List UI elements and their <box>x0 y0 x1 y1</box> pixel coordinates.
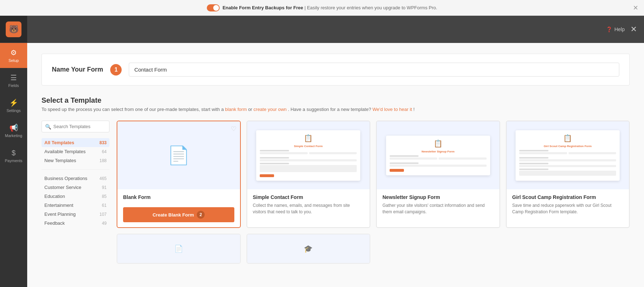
form-name-input[interactable] <box>129 63 619 77</box>
fields-icon: ☰ <box>10 73 17 82</box>
settings-label: Settings <box>6 108 21 113</box>
form-icon: 📋 <box>260 134 357 142</box>
category-business-count: 465 <box>99 176 107 181</box>
blank-form-link[interactable]: blank form <box>225 107 247 112</box>
template-description: To speed up the process you can select f… <box>42 107 630 112</box>
girl-scout-icon: 📋 <box>519 134 616 142</box>
girl-scout-title: Girl Scout Camp Registration Form <box>512 194 624 200</box>
create-own-link[interactable]: create your own <box>254 107 287 112</box>
blank-form-icon: 📄 <box>167 145 190 166</box>
fields-label: Fields <box>8 83 19 88</box>
main-area: ❓ Help ✕ Name Your Form 1 Select a Templ… <box>27 16 644 287</box>
form-name-section: Name Your Form 1 <box>42 54 630 86</box>
filter-all-label: All Templates <box>44 140 74 145</box>
category-business-label: Business Operations <box>44 176 87 181</box>
filter-new-label: New Templates <box>44 158 76 163</box>
category-feedback-label: Feedback <box>44 220 65 226</box>
category-education[interactable]: Education 85 <box>42 192 109 201</box>
category-feedback[interactable]: Feedback 49 <box>42 219 109 228</box>
close-button[interactable]: ✕ <box>630 25 637 34</box>
filter-available-count: 64 <box>102 149 107 154</box>
desc-post: . Have a suggestion for a new template? <box>288 107 372 112</box>
sidebar-item-marketing[interactable]: 📢 Marketing <box>0 118 27 143</box>
filter-new-templates[interactable]: New Templates 188 <box>42 156 109 165</box>
simple-contact-card-body: Simple Contact Form Collect the names, e… <box>247 189 370 220</box>
template-card-blank[interactable]: ♡ 📄 Blank Form Create Blank Form 2 <box>117 121 241 228</box>
template-card-simple-contact[interactable]: 📋 Simple Contact Form <box>247 121 371 228</box>
partial-1-preview: 📄 <box>117 234 240 263</box>
girl-scout-mini-form: 📋 Girl Scout Camp Registration Form <box>516 130 620 181</box>
partial-2-preview: 🎓 <box>247 234 370 263</box>
step-2-badge: 2 <box>197 211 205 219</box>
template-card-partial-2[interactable]: 🎓 <box>247 234 371 264</box>
template-card-newsletter[interactable]: 📋 Newsletter Signup Form <box>376 121 500 228</box>
payments-icon: $ <box>11 149 15 157</box>
category-education-label: Education <box>44 194 65 199</box>
simple-contact-mini-form: 📋 Simple Contact Form <box>256 130 360 181</box>
filter-available-label: Available Templates <box>44 149 86 154</box>
category-customer-service[interactable]: Customer Service 91 <box>42 183 109 192</box>
filter-available-templates[interactable]: Available Templates 64 <box>42 147 109 156</box>
filter-group-main: All Templates 833 Available Templates 64… <box>42 138 109 165</box>
top-banner: Enable Form Entry Backups for Free | Eas… <box>0 0 644 16</box>
partial-1-icon: 📄 <box>174 244 183 253</box>
blank-card-title: Blank Form <box>123 194 234 200</box>
desc-pre: To speed up the process you can select f… <box>42 107 224 112</box>
sidebar-item-settings[interactable]: ⚡ Settings <box>0 93 27 118</box>
close-banner-button[interactable]: ✕ <box>633 4 638 12</box>
filter-all-count: 833 <box>99 140 107 145</box>
category-entertainment[interactable]: Entertainment 61 <box>42 201 109 210</box>
marketing-icon: 📢 <box>9 123 18 132</box>
suggest-link[interactable]: We'd love to hear it <box>372 107 412 112</box>
category-feedback-count: 49 <box>102 221 107 226</box>
filter-all-templates[interactable]: All Templates 833 <box>42 138 109 147</box>
template-sidebar: 🔍 All Templates 833 Available Templates … <box>42 121 117 264</box>
banner-separator: | <box>304 5 306 10</box>
sidebar-item-setup[interactable]: ⚙ Setup <box>0 43 27 68</box>
template-body: 🔍 All Templates 833 Available Templates … <box>42 121 630 264</box>
sidebar-item-payments[interactable]: $ Payments <box>0 143 27 168</box>
desc-end: ! <box>413 107 415 112</box>
category-entertainment-label: Entertainment <box>44 203 73 208</box>
template-section: Select a Template To speed up the proces… <box>42 96 630 264</box>
main-header: ❓ Help ✕ <box>27 16 644 43</box>
logo-area: 🐻 <box>0 16 27 43</box>
settings-icon: ⚡ <box>9 98 18 107</box>
category-customer-count: 91 <box>102 185 107 190</box>
category-education-count: 85 <box>102 194 107 199</box>
category-event-count: 107 <box>99 212 107 217</box>
newsletter-card-body: Newsletter Signup Form Gather your site … <box>377 189 499 220</box>
blank-card-preview: ♡ 📄 <box>117 121 240 189</box>
search-wrap: 🔍 <box>42 121 109 132</box>
create-blank-form-button[interactable]: Create Blank Form 2 <box>123 207 234 222</box>
search-input[interactable] <box>42 121 109 132</box>
banner-subtitle: Easily restore your entries when you upg… <box>307 5 437 10</box>
partial-2-icon: 🎓 <box>304 244 313 253</box>
simple-contact-desc: Collect the names, emails, and messages … <box>253 202 364 215</box>
newsletter-icon: 📋 <box>390 139 487 148</box>
newsletter-preview: 📋 Newsletter Signup Form <box>377 121 499 189</box>
category-customer-label: Customer Service <box>44 185 81 190</box>
select-template-heading: Select a Template <box>42 96 630 104</box>
newsletter-desc: Gather your site visitors' contact infor… <box>382 202 494 215</box>
girl-scout-preview: 📋 Girl Scout Camp Registration Form <box>507 121 629 189</box>
category-business-operations[interactable]: Business Operations 465 <box>42 174 109 183</box>
category-event-label: Event Planning <box>44 211 75 217</box>
favorite-blank-button[interactable]: ♡ <box>231 125 236 133</box>
create-blank-label: Create Blank Form <box>152 212 194 218</box>
category-entertainment-count: 61 <box>102 203 107 208</box>
backup-toggle[interactable] <box>207 4 220 11</box>
category-event-planning[interactable]: Event Planning 107 <box>42 210 109 219</box>
template-card-girl-scout[interactable]: 📋 Girl Scout Camp Registration Form <box>506 121 630 228</box>
filter-new-count: 188 <box>99 158 107 163</box>
search-icon: 🔍 <box>45 124 51 130</box>
icon-nav: 🐻 ⚙ Setup ☰ Fields ⚡ Settings 📢 Marketin… <box>0 16 27 287</box>
form-name-label: Name Your Form <box>52 66 103 73</box>
payments-label: Payments <box>5 159 23 163</box>
simple-contact-preview: 📋 Simple Contact Form <box>247 121 370 189</box>
template-card-partial-1[interactable]: 📄 <box>117 234 241 264</box>
sidebar-item-fields[interactable]: ☰ Fields <box>0 68 27 93</box>
setup-icon: ⚙ <box>10 48 17 57</box>
category-group: Business Operations 465 Customer Service… <box>42 174 109 228</box>
help-button[interactable]: ❓ Help <box>606 26 625 32</box>
